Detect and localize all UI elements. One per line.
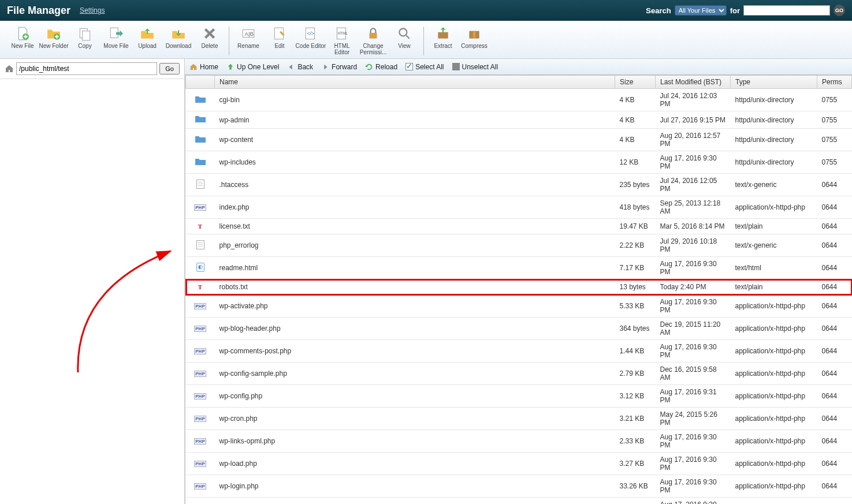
nav-select-all[interactable]: Select All bbox=[405, 63, 444, 71]
php-icon: PHP bbox=[195, 436, 206, 446]
svg-rect-16 bbox=[473, 31, 475, 39]
file-type: application/x-httpd-php bbox=[731, 295, 817, 318]
table-row[interactable]: PHPwp-config.php3.12 KBAug 17, 2016 9:31… bbox=[186, 385, 852, 408]
search-go-button[interactable]: GO bbox=[834, 5, 845, 16]
file-icon-cell: T bbox=[186, 219, 215, 234]
toolbar-separator bbox=[229, 27, 229, 55]
file-name: wp-admin bbox=[215, 111, 615, 129]
file-size: 364 bytes bbox=[615, 318, 656, 340]
table-row[interactable]: PHPwp-mail.php7.6 KBAug 17, 2016 9:30 PM… bbox=[186, 498, 852, 505]
file-perms: 0644 bbox=[817, 174, 852, 196]
col-type[interactable]: Type bbox=[731, 76, 817, 89]
file-date: Jul 24, 2016 12:05 PM bbox=[656, 174, 731, 196]
file-name: wp-links-opml.php bbox=[215, 430, 615, 453]
file-name: cgi-bin bbox=[215, 89, 615, 111]
nav-up-one-level[interactable]: Up One Level bbox=[226, 63, 279, 71]
table-row[interactable]: PHPwp-login.php33.26 KBAug 17, 2016 9:30… bbox=[186, 475, 852, 498]
table-row[interactable]: PHPwp-comments-post.php1.44 KBAug 17, 20… bbox=[186, 340, 852, 363]
file-perms: 0755 bbox=[817, 89, 852, 111]
toolbar-change-permissions[interactable]: Change Permissi... bbox=[358, 24, 389, 55]
file-type: application/x-httpd-php bbox=[731, 475, 817, 498]
table-row[interactable]: wp-content4 KBAug 20, 2016 12:57 PMhttpd… bbox=[186, 129, 852, 151]
toolbar-download[interactable]: Download bbox=[163, 24, 194, 49]
folder-icon bbox=[195, 157, 206, 166]
file-date: Today 2:40 PM bbox=[656, 279, 731, 295]
file-size: 19.47 KB bbox=[615, 219, 656, 234]
file-icon-cell: T bbox=[186, 279, 215, 295]
toolbar-label: View bbox=[398, 43, 411, 49]
table-row[interactable]: php_errorlog2.22 KBJul 29, 2016 10:18 PM… bbox=[186, 234, 852, 257]
toolbar-extract[interactable]: Extract bbox=[427, 24, 459, 49]
search-scope-select[interactable]: All Your Files bbox=[675, 5, 727, 16]
toolbar-new-file[interactable]: New File bbox=[7, 24, 38, 49]
php-icon: PHP bbox=[195, 324, 206, 333]
table-row[interactable]: readme.html7.17 KBAug 17, 2016 9:30 PMte… bbox=[186, 257, 852, 279]
file-icon-cell: PHP bbox=[186, 408, 215, 430]
nav-unselect-all[interactable]: Unselect All bbox=[452, 63, 498, 71]
nav-reload[interactable]: Reload bbox=[365, 63, 397, 71]
nav-home[interactable]: Home bbox=[189, 63, 218, 71]
file-perms: 0644 bbox=[817, 498, 852, 505]
table-row[interactable]: Trobots.txt13 bytesToday 2:40 PMtext/pla… bbox=[186, 279, 852, 295]
table-row[interactable]: PHPwp-links-opml.php2.33 KBAug 17, 2016 … bbox=[186, 430, 852, 453]
file-perms: 0644 bbox=[817, 363, 852, 385]
toolbar-compress[interactable]: Compress bbox=[459, 24, 490, 49]
toolbar-move-file[interactable]: Move File bbox=[101, 24, 132, 49]
table-row[interactable]: wp-includes12 KBAug 17, 2016 9:30 PMhttp… bbox=[186, 151, 852, 174]
file-date: Aug 17, 2016 9:30 PM bbox=[656, 430, 731, 453]
path-go-button[interactable]: Go bbox=[159, 63, 180, 74]
path-input[interactable] bbox=[16, 62, 157, 75]
nav-back[interactable]: Back bbox=[287, 63, 313, 71]
search-input[interactable] bbox=[743, 5, 830, 16]
svg-text:</>: </> bbox=[307, 31, 315, 36]
table-row[interactable]: cgi-bin4 KBJul 24, 2016 12:03 PMhttpd/un… bbox=[186, 89, 852, 111]
table-row[interactable]: Tlicense.txt19.47 KBMar 5, 2016 8:14 PMt… bbox=[186, 219, 852, 234]
col-modified[interactable]: Last Modified (BST) bbox=[656, 76, 731, 89]
delete-icon bbox=[202, 25, 218, 42]
toolbar-upload[interactable]: Upload bbox=[132, 24, 163, 49]
file-icon-cell: PHP bbox=[186, 340, 215, 363]
toolbar-new-folder[interactable]: New Folder bbox=[38, 24, 69, 49]
file-date: Jul 24, 2016 12:03 PM bbox=[656, 89, 731, 111]
toolbar-html-editor[interactable]: HTMLHTML Editor bbox=[326, 24, 358, 55]
file-date: Aug 17, 2016 9:30 PM bbox=[656, 295, 731, 318]
file-type: text/html bbox=[731, 257, 817, 279]
col-icon[interactable] bbox=[186, 76, 215, 89]
table-row[interactable]: PHPwp-load.php3.27 KBAug 17, 2016 9:30 P… bbox=[186, 453, 852, 475]
upload-icon bbox=[139, 25, 155, 42]
table-row[interactable]: .htaccess235 bytesJul 24, 2016 12:05 PMt… bbox=[186, 174, 852, 196]
table-row[interactable]: PHPwp-blog-header.php364 bytesDec 19, 20… bbox=[186, 318, 852, 340]
toolbar-view[interactable]: View bbox=[389, 24, 420, 49]
toolbar-label: Move File bbox=[103, 43, 128, 49]
file-icon-cell bbox=[186, 89, 215, 111]
table-row[interactable]: PHPwp-config-sample.php2.79 KBDec 16, 20… bbox=[186, 363, 852, 385]
toolbar-label: Download bbox=[166, 43, 191, 49]
toolbar-code-editor[interactable]: </>Code Editor bbox=[295, 24, 326, 49]
settings-link[interactable]: Settings bbox=[80, 6, 105, 14]
file-icon-cell bbox=[186, 234, 215, 257]
nav-forward[interactable]: Forward bbox=[321, 63, 357, 71]
file-perms: 0644 bbox=[817, 257, 852, 279]
table-row[interactable]: PHPindex.php418 bytesSep 25, 2013 12:18 … bbox=[186, 196, 852, 219]
toolbar-edit[interactable]: Edit bbox=[264, 24, 295, 49]
file-table-wrap[interactable]: Name Size Last Modified (BST) Type Perms… bbox=[185, 75, 852, 504]
table-row[interactable]: wp-admin4 KBJul 27, 2016 9:15 PMhttpd/un… bbox=[186, 111, 852, 129]
file-type: application/x-httpd-php bbox=[731, 340, 817, 363]
toolbar-rename[interactable]: A|BRename bbox=[233, 24, 264, 49]
col-size[interactable]: Size bbox=[615, 76, 656, 89]
file-table: Name Size Last Modified (BST) Type Perms… bbox=[185, 75, 852, 504]
toolbar-delete[interactable]: Delete bbox=[194, 24, 225, 49]
toolbar-copy[interactable]: Copy bbox=[69, 24, 101, 49]
table-row[interactable]: PHPwp-activate.php5.33 KBAug 17, 2016 9:… bbox=[186, 295, 852, 318]
table-row[interactable]: PHPwp-cron.php3.21 KBMay 24, 2015 5:26 P… bbox=[186, 408, 852, 430]
folder-icon bbox=[195, 114, 206, 124]
file-icon-cell: PHP bbox=[186, 498, 215, 505]
view-icon bbox=[396, 25, 412, 42]
for-label: for bbox=[730, 6, 740, 15]
col-perms[interactable]: Perms bbox=[817, 76, 852, 89]
file-icon-cell: PHP bbox=[186, 295, 215, 318]
table-header-row: Name Size Last Modified (BST) Type Perms bbox=[186, 76, 852, 89]
col-name[interactable]: Name bbox=[215, 76, 615, 89]
file-date: Dec 19, 2015 11:20 AM bbox=[656, 318, 731, 340]
toolbar-label: Code Editor bbox=[296, 43, 326, 49]
